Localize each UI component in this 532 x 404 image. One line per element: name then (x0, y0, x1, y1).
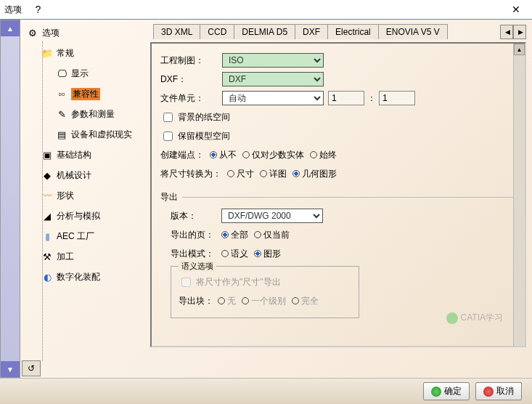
drawing-label: 工程制图： (160, 54, 222, 67)
cancel-button[interactable]: 取消 (475, 382, 522, 400)
ok-button[interactable]: 确定 (423, 382, 470, 400)
tab-next[interactable]: ▶ (513, 25, 526, 39)
watermark: CATIA学习 (446, 312, 503, 324)
tree-infra[interactable]: ▣基础结构 (20, 145, 147, 165)
tab-ccd[interactable]: CCD (200, 24, 234, 39)
tree-compat[interactable]: ▫▫兼容性 (20, 84, 147, 104)
pages-label: 导出的页： (171, 229, 221, 241)
options-tree: ⚙选项 📁常规 🖵显示 ▫▫兼容性 ✎参数和测量 ▤设备和虚拟现实 ▣基础结构 … (20, 20, 147, 378)
unit-sep: ： (367, 92, 376, 105)
tab-3dxml[interactable]: 3D XML (153, 24, 200, 39)
tree-proc[interactable]: ⚒加工 (20, 246, 147, 267)
version-select[interactable]: DXF/DWG 2000 (221, 209, 323, 223)
tree-mech[interactable]: ◆机械设计 (20, 165, 147, 185)
unit-select[interactable]: 自动 (222, 91, 324, 105)
sem-legend: 语义选项 (179, 261, 216, 272)
tab-electrical[interactable]: Electrical (327, 24, 379, 39)
block-one: 一个级别 (242, 295, 286, 307)
tab-delmia[interactable]: DELMIA D5 (234, 24, 295, 39)
close-button[interactable]: ✕ (499, 0, 532, 19)
tab-prev[interactable]: ◀ (500, 25, 513, 39)
dxf-select[interactable]: DXF (222, 72, 324, 86)
dxf-label: DXF： (160, 73, 222, 86)
params-icon: ✎ (55, 108, 68, 120)
display-icon: 🖵 (55, 68, 68, 79)
dxf-panel: ▲ 工程制图： ISO DXF： DXF 文件单元： 自动 ： 背景的纸空间 保… (150, 42, 526, 347)
unit-label: 文件单元： (160, 92, 222, 105)
scroll-down-icon[interactable]: ▼ (1, 361, 20, 377)
compat-icon: ▫▫ (55, 88, 68, 100)
tab-dxf[interactable]: DXF (295, 24, 328, 39)
tab-enovia[interactable]: ENOVIA V5 V (378, 24, 448, 39)
window-title: 选项 (4, 4, 22, 16)
block-label: 导出块： (179, 295, 213, 307)
tab-strip: 3D XML CCD DELMIA D5 DXF Electrical ENOV… (150, 24, 526, 39)
create-ep-label: 创建端点： (160, 149, 204, 161)
sem-dim-checkbox: 将尺寸作为"尺寸"导出 (179, 275, 281, 289)
panel-scrollbar[interactable]: ▲ (513, 44, 525, 346)
scroll-up-icon[interactable]: ▲ (514, 44, 525, 55)
tree-devices[interactable]: ▤设备和虚拟现实 (20, 124, 147, 145)
tree-general[interactable]: 📁常规 (20, 43, 147, 63)
convert-dim-label: 将尺寸转换为： (160, 168, 221, 180)
tree-aec[interactable]: ▮AEC 工厂 (20, 226, 147, 246)
reset-button[interactable]: ↺ (22, 360, 41, 376)
help-button[interactable]: ? (22, 0, 54, 19)
keep-model-checkbox[interactable]: 保留模型空间 (160, 129, 230, 143)
ep-few[interactable]: 仅对少数实体 (242, 149, 304, 161)
tree-digit[interactable]: ◐数字化装配 (20, 267, 147, 287)
bg-paper-checkbox[interactable]: 背景的纸空间 (160, 110, 230, 124)
drawing-select[interactable]: ISO (222, 53, 324, 68)
dim-dim[interactable]: 尺寸 (227, 168, 254, 180)
dim-geom[interactable]: 几何图形 (292, 168, 337, 180)
version-label: 版本： (171, 210, 221, 222)
tree-display[interactable]: 🖵显示 (20, 63, 147, 84)
ep-always[interactable]: 始终 (310, 149, 337, 161)
block-none: 无 (218, 295, 236, 307)
scroll-up-icon[interactable]: ▲ (1, 20, 20, 36)
tree-scrollbar[interactable]: ▲ ▼ (0, 20, 20, 378)
tree-shape[interactable]: 〰形状 (20, 185, 147, 206)
cancel-icon (483, 387, 494, 397)
mode-graphic[interactable]: 图形 (254, 248, 281, 260)
block-full: 完全 (292, 295, 319, 307)
unit-num1[interactable] (328, 91, 364, 105)
ok-icon (431, 387, 441, 397)
mode-label: 导出模式： (171, 248, 221, 260)
dim-detail[interactable]: 详图 (260, 168, 287, 180)
tree-analysis[interactable]: ◢分析与模拟 (20, 206, 147, 226)
ep-never[interactable]: 从不 (210, 149, 237, 161)
vr-icon: ▤ (55, 129, 68, 140)
unit-num2[interactable] (379, 91, 415, 105)
export-title: 导出 (160, 191, 178, 203)
tree-params[interactable]: ✎参数和测量 (20, 104, 147, 124)
tree-root[interactable]: ⚙选项 (20, 23, 147, 43)
pages-all[interactable]: 全部 (221, 229, 248, 241)
mode-semantic[interactable]: 语义 (221, 248, 248, 260)
options-icon: ⚙ (26, 27, 39, 39)
pages-current[interactable]: 仅当前 (254, 229, 290, 241)
